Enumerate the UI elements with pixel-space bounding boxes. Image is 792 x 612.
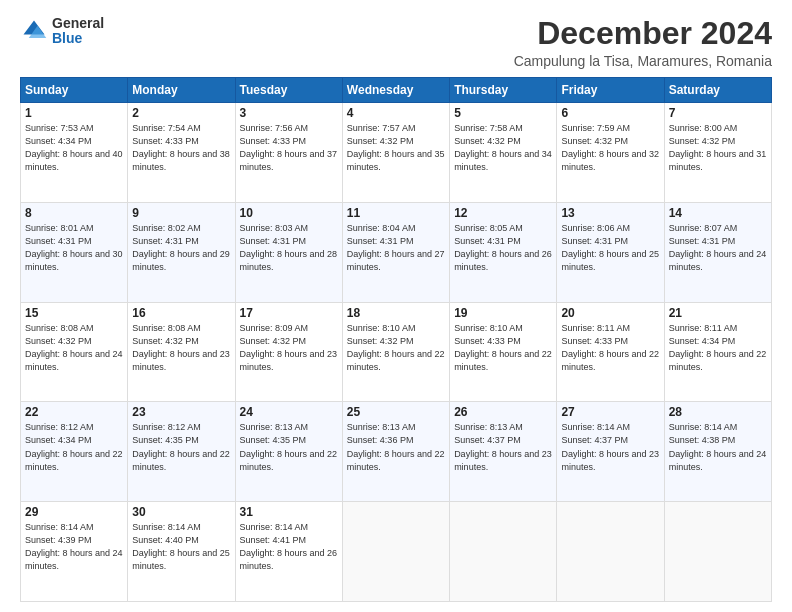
logo-general: General (52, 16, 104, 31)
day-number: 31 (240, 505, 338, 519)
day-number: 22 (25, 405, 123, 419)
table-row (342, 502, 449, 602)
day-number: 1 (25, 106, 123, 120)
day-info: Sunrise: 8:14 AMSunset: 4:39 PMDaylight:… (25, 522, 123, 571)
day-number: 26 (454, 405, 552, 419)
table-row: 4 Sunrise: 7:57 AMSunset: 4:32 PMDayligh… (342, 103, 449, 203)
table-row: 5 Sunrise: 7:58 AMSunset: 4:32 PMDayligh… (450, 103, 557, 203)
calendar-header-row: Sunday Monday Tuesday Wednesday Thursday… (21, 78, 772, 103)
day-number: 20 (561, 306, 659, 320)
day-number: 9 (132, 206, 230, 220)
day-info: Sunrise: 8:07 AMSunset: 4:31 PMDaylight:… (669, 223, 767, 272)
table-row: 9 Sunrise: 8:02 AMSunset: 4:31 PMDayligh… (128, 202, 235, 302)
day-info: Sunrise: 8:13 AMSunset: 4:35 PMDaylight:… (240, 422, 338, 471)
day-number: 16 (132, 306, 230, 320)
day-info: Sunrise: 8:12 AMSunset: 4:35 PMDaylight:… (132, 422, 230, 471)
day-number: 10 (240, 206, 338, 220)
header-tuesday: Tuesday (235, 78, 342, 103)
table-row: 30 Sunrise: 8:14 AMSunset: 4:40 PMDaylig… (128, 502, 235, 602)
day-info: Sunrise: 8:01 AMSunset: 4:31 PMDaylight:… (25, 223, 123, 272)
day-number: 14 (669, 206, 767, 220)
logo-text: General Blue (52, 16, 104, 47)
table-row: 21 Sunrise: 8:11 AMSunset: 4:34 PMDaylig… (664, 302, 771, 402)
day-info: Sunrise: 7:59 AMSunset: 4:32 PMDaylight:… (561, 123, 659, 172)
day-number: 17 (240, 306, 338, 320)
table-row: 13 Sunrise: 8:06 AMSunset: 4:31 PMDaylig… (557, 202, 664, 302)
table-row: 15 Sunrise: 8:08 AMSunset: 4:32 PMDaylig… (21, 302, 128, 402)
table-row: 17 Sunrise: 8:09 AMSunset: 4:32 PMDaylig… (235, 302, 342, 402)
day-number: 19 (454, 306, 552, 320)
day-info: Sunrise: 7:57 AMSunset: 4:32 PMDaylight:… (347, 123, 445, 172)
table-row: 20 Sunrise: 8:11 AMSunset: 4:33 PMDaylig… (557, 302, 664, 402)
page: General Blue December 2024 Campulung la … (0, 0, 792, 612)
day-number: 21 (669, 306, 767, 320)
day-number: 7 (669, 106, 767, 120)
day-number: 29 (25, 505, 123, 519)
location: Campulung la Tisa, Maramures, Romania (514, 53, 772, 69)
day-number: 24 (240, 405, 338, 419)
table-row: 29 Sunrise: 8:14 AMSunset: 4:39 PMDaylig… (21, 502, 128, 602)
header-saturday: Saturday (664, 78, 771, 103)
day-number: 8 (25, 206, 123, 220)
day-info: Sunrise: 8:05 AMSunset: 4:31 PMDaylight:… (454, 223, 552, 272)
day-info: Sunrise: 8:14 AMSunset: 4:40 PMDaylight:… (132, 522, 230, 571)
table-row: 19 Sunrise: 8:10 AMSunset: 4:33 PMDaylig… (450, 302, 557, 402)
header-sunday: Sunday (21, 78, 128, 103)
calendar-week-row: 1 Sunrise: 7:53 AMSunset: 4:34 PMDayligh… (21, 103, 772, 203)
table-row: 26 Sunrise: 8:13 AMSunset: 4:37 PMDaylig… (450, 402, 557, 502)
day-info: Sunrise: 8:14 AMSunset: 4:38 PMDaylight:… (669, 422, 767, 471)
day-info: Sunrise: 7:53 AMSunset: 4:34 PMDaylight:… (25, 123, 123, 172)
header: General Blue December 2024 Campulung la … (20, 16, 772, 69)
day-number: 2 (132, 106, 230, 120)
day-number: 23 (132, 405, 230, 419)
day-info: Sunrise: 8:11 AMSunset: 4:34 PMDaylight:… (669, 323, 767, 372)
table-row: 16 Sunrise: 8:08 AMSunset: 4:32 PMDaylig… (128, 302, 235, 402)
table-row: 10 Sunrise: 8:03 AMSunset: 4:31 PMDaylig… (235, 202, 342, 302)
table-row: 11 Sunrise: 8:04 AMSunset: 4:31 PMDaylig… (342, 202, 449, 302)
logo-blue: Blue (52, 31, 104, 46)
day-number: 13 (561, 206, 659, 220)
day-info: Sunrise: 8:14 AMSunset: 4:41 PMDaylight:… (240, 522, 338, 571)
day-info: Sunrise: 8:08 AMSunset: 4:32 PMDaylight:… (132, 323, 230, 372)
day-info: Sunrise: 8:02 AMSunset: 4:31 PMDaylight:… (132, 223, 230, 272)
day-info: Sunrise: 7:54 AMSunset: 4:33 PMDaylight:… (132, 123, 230, 172)
header-thursday: Thursday (450, 78, 557, 103)
day-info: Sunrise: 7:56 AMSunset: 4:33 PMDaylight:… (240, 123, 338, 172)
day-info: Sunrise: 7:58 AMSunset: 4:32 PMDaylight:… (454, 123, 552, 172)
day-number: 28 (669, 405, 767, 419)
table-row: 27 Sunrise: 8:14 AMSunset: 4:37 PMDaylig… (557, 402, 664, 502)
calendar-week-row: 15 Sunrise: 8:08 AMSunset: 4:32 PMDaylig… (21, 302, 772, 402)
day-number: 11 (347, 206, 445, 220)
day-info: Sunrise: 8:03 AMSunset: 4:31 PMDaylight:… (240, 223, 338, 272)
table-row: 1 Sunrise: 7:53 AMSunset: 4:34 PMDayligh… (21, 103, 128, 203)
month-title: December 2024 (514, 16, 772, 51)
title-section: December 2024 Campulung la Tisa, Maramur… (514, 16, 772, 69)
day-info: Sunrise: 8:06 AMSunset: 4:31 PMDaylight:… (561, 223, 659, 272)
table-row: 12 Sunrise: 8:05 AMSunset: 4:31 PMDaylig… (450, 202, 557, 302)
table-row (664, 502, 771, 602)
day-number: 18 (347, 306, 445, 320)
day-info: Sunrise: 8:13 AMSunset: 4:36 PMDaylight:… (347, 422, 445, 471)
calendar-week-row: 8 Sunrise: 8:01 AMSunset: 4:31 PMDayligh… (21, 202, 772, 302)
table-row: 6 Sunrise: 7:59 AMSunset: 4:32 PMDayligh… (557, 103, 664, 203)
table-row (450, 502, 557, 602)
table-row: 2 Sunrise: 7:54 AMSunset: 4:33 PMDayligh… (128, 103, 235, 203)
table-row: 25 Sunrise: 8:13 AMSunset: 4:36 PMDaylig… (342, 402, 449, 502)
day-number: 6 (561, 106, 659, 120)
table-row: 18 Sunrise: 8:10 AMSunset: 4:32 PMDaylig… (342, 302, 449, 402)
day-info: Sunrise: 8:12 AMSunset: 4:34 PMDaylight:… (25, 422, 123, 471)
table-row: 23 Sunrise: 8:12 AMSunset: 4:35 PMDaylig… (128, 402, 235, 502)
day-number: 25 (347, 405, 445, 419)
day-info: Sunrise: 8:10 AMSunset: 4:33 PMDaylight:… (454, 323, 552, 372)
day-number: 30 (132, 505, 230, 519)
calendar-table: Sunday Monday Tuesday Wednesday Thursday… (20, 77, 772, 602)
day-info: Sunrise: 8:11 AMSunset: 4:33 PMDaylight:… (561, 323, 659, 372)
header-monday: Monday (128, 78, 235, 103)
logo: General Blue (20, 16, 104, 47)
day-info: Sunrise: 8:13 AMSunset: 4:37 PMDaylight:… (454, 422, 552, 471)
day-info: Sunrise: 8:04 AMSunset: 4:31 PMDaylight:… (347, 223, 445, 272)
header-friday: Friday (557, 78, 664, 103)
day-info: Sunrise: 8:00 AMSunset: 4:32 PMDaylight:… (669, 123, 767, 172)
day-number: 5 (454, 106, 552, 120)
day-info: Sunrise: 8:09 AMSunset: 4:32 PMDaylight:… (240, 323, 338, 372)
